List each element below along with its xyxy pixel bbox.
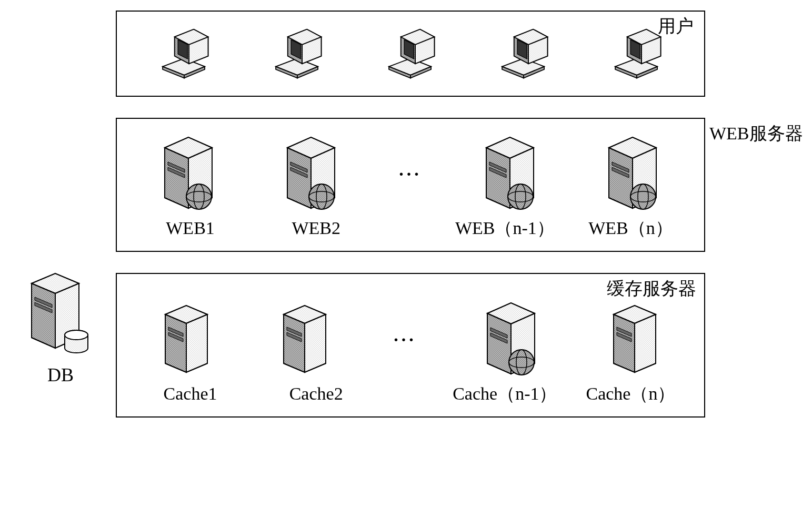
web-servers-row: ··· [127,124,694,216]
cache-server-icon [157,303,215,376]
cache-server-label: Cache（n-1） [442,382,568,406]
terminal-icon [495,27,553,80]
web-server-label: WEB（n-1） [442,216,568,240]
user-terminals-row [127,17,694,90]
web-server-icon [476,135,544,213]
web-layer-label: WEB服务器 [709,121,812,146]
cache-layer-label: 缓存服务器 [607,277,696,301]
user-layer: 用户 [116,11,705,97]
terminal-icon [155,27,213,80]
web-server-label: WEB1 [127,218,253,238]
cache-server-icon [606,303,664,376]
cache-server-layer: 缓存服务器 ··· Cache1 Cache2 Cache（n-1） Cache… [116,273,705,418]
ellipsis: ··· [399,164,422,184]
database: DB [24,272,97,386]
terminal-icon [268,27,326,80]
database-label: DB [24,364,97,386]
web-labels-row: WEB1 WEB2 WEB（n-1） WEB（n） [127,216,694,246]
terminal-icon [382,27,439,80]
terminal-icon [608,27,666,80]
web-server-label: WEB（n） [568,216,694,240]
cache-server-globe-icon [477,300,545,379]
cache-labels-row: Cache1 Cache2 Cache（n-1） Cache（n） [127,382,694,411]
database-icon [24,272,97,361]
cache-server-label: Cache1 [127,384,253,404]
ellipsis: ··· [394,330,417,350]
web-server-icon [598,135,667,213]
web-server-icon [277,135,345,213]
cache-server-label: Cache（n） [568,382,694,406]
cache-server-icon [276,303,334,376]
cache-server-label: Cache2 [253,384,379,404]
web-server-layer: WEB服务器 ··· WEB1 WEB2 WEB（n-1） WEB（n） [116,118,705,252]
web-server-label: WEB2 [253,218,379,238]
web-server-icon [154,135,223,213]
